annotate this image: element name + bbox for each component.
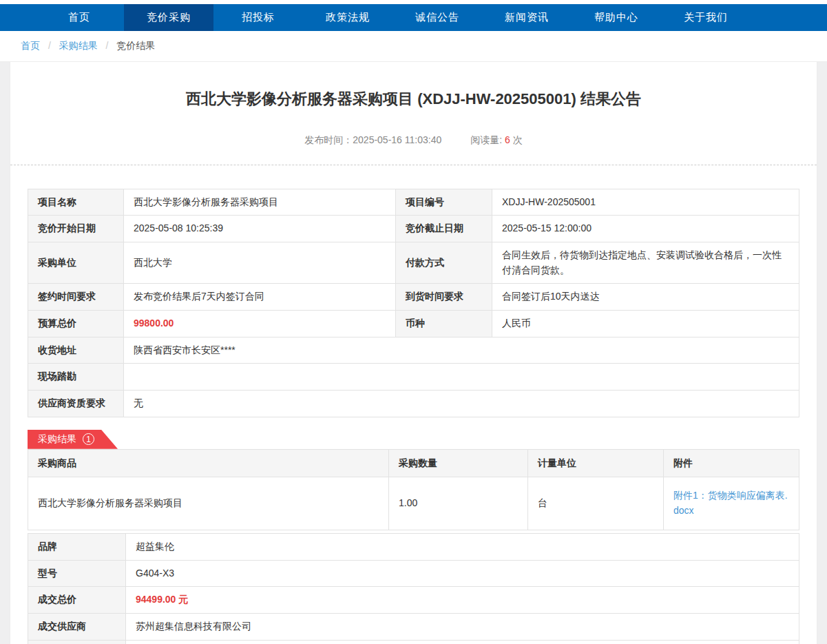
result-badge: 采购结果 1 [28,430,118,449]
publish-time-value: 2025-05-16 11:03:40 [353,134,441,145]
result-badge-count: 1 [83,433,94,445]
info-value: 合同生效后，待货物到达指定地点、安装调试验收合格后，一次性付清合同货款。 [492,242,799,283]
result-badge-label: 采购结果 [38,433,76,446]
info-label: 币种 [396,311,492,337]
info-value: XDJJ-HW-202505001 [492,189,799,216]
table-row: 西北大学影像分析服务器采购项目 1.00 台 附件1：货物类响应偏离表.docx [28,477,799,530]
detail-label: 成交供应商 [28,613,126,640]
nav-item-bidding-purchase[interactable]: 竞价采购 [124,4,213,31]
breadcrumb-current-page: 竞价结果 [116,40,155,51]
views-label: 阅读量: [470,134,502,145]
info-value: 合同签订后10天内送达 [492,284,799,311]
table-row: 预算总价 99800.00 币种 人民币 [28,311,799,337]
announcement-card: 西北大学影像分析服务器采购项目 (XDJJ-HW-202505001) 结果公告… [10,62,817,644]
info-label: 采购单位 [28,242,124,283]
info-value: 陕西省西安市长安区**** [124,337,799,364]
table-row: 供应商资质要求 无 [28,391,799,417]
info-label: 付款方式 [396,242,492,283]
main-nav: 首页 竞价采购 招投标 政策法规 诚信公告 新闻资讯 帮助中心 关于我们 [0,4,827,31]
breadcrumb-separator: / [48,40,51,51]
views-unit: 次 [513,134,523,145]
info-label: 项目编号 [396,189,492,216]
info-value: 2025-05-15 12:00:00 [492,216,799,242]
nav-item-home[interactable]: 首页 [34,4,124,31]
detail-value: 苏州超集信息科技有限公司 [126,613,799,640]
info-value: 无 [124,391,799,417]
nav-item-news[interactable]: 新闻资讯 [482,4,572,31]
detail-value: 超益集伦 [126,533,799,560]
table-row: 签约时间要求 发布竞价结果后7天内签订合同 到货时间要求 合同签订后10天内送达 [28,284,799,311]
result-attachment-cell: 附件1：货物类响应偏离表.docx [664,477,799,530]
info-value: 人民币 [492,311,799,337]
views-count: 6 [505,134,510,145]
column-header-product: 采购商品 [28,449,389,477]
table-header-row: 采购商品 采购数量 计量单位 附件 [28,449,799,477]
nav-item-integrity-notices[interactable]: 诚信公告 [392,4,482,31]
info-label: 现场踏勘 [28,364,124,391]
breadcrumb-purchase-results-link[interactable]: 采购结果 [59,40,98,51]
info-value [124,364,799,391]
table-row: 采购单位 西北大学 付款方式 合同生效后，待货物到达指定地点、安装调试验收合格后… [28,242,799,283]
info-label: 竞价截止日期 [396,216,492,242]
info-label: 收货地址 [28,337,124,364]
column-header-quantity: 采购数量 [389,449,528,477]
column-header-attachment: 附件 [664,449,799,477]
info-value: 西北大学 [124,242,396,283]
detail-label: 型号 [28,560,126,587]
table-row: 成交总价 94499.00 元 [28,587,799,614]
attachment-link[interactable]: 附件1：货物类响应偏离表.docx [673,490,788,516]
table-row: 项目名称 西北大学影像分析服务器采购项目 项目编号 XDJJ-HW-202505… [28,189,799,216]
nav-item-policies[interactable]: 政策法规 [303,4,392,31]
nav-item-tendering[interactable]: 招投标 [213,4,303,31]
deal-detail-table: 品牌 超益集伦 型号 G404-X3 成交总价 94499.00 元 成交供应商… [28,533,799,644]
budget-total-price: 99800.00 [124,311,396,337]
breadcrumb-separator: / [106,40,109,51]
detail-label: 品牌 [28,533,126,560]
detail-value: G404-X3 [126,560,799,587]
result-quantity: 1.00 [389,477,528,530]
table-row: 型号 G404-X3 [28,560,799,587]
info-label: 预算总价 [28,311,124,337]
project-info-table: 项目名称 西北大学影像分析服务器采购项目 项目编号 XDJJ-HW-202505… [28,189,799,417]
info-label: 签约时间要求 [28,284,124,311]
result-unit: 台 [528,477,664,530]
info-label: 项目名称 [28,189,124,216]
info-value: 2025-05-08 10:25:39 [124,216,396,242]
nav-item-about-us[interactable]: 关于我们 [661,4,751,31]
deal-total-price: 94499.00 元 [126,587,799,614]
table-row: 竞价开始日期 2025-05-08 10:25:39 竞价截止日期 2025-0… [28,216,799,242]
table-row: 成交供应商 苏州超集信息科技有限公司 [28,613,799,640]
table-row: 质保及售后服务 质保期：验收合格后质保整机三年，禁止拆改配置，原厂直发用户。响应… [28,640,799,644]
page-title: 西北大学影像分析服务器采购项目 (XDJJ-HW-202505001) 结果公告 [10,62,817,110]
detail-value: 质保期：验收合格后质保整机三年，禁止拆改配置，原厂直发用户。响应时效：即时响应（… [126,640,799,644]
table-row: 品牌 超益集伦 [28,533,799,560]
dashed-divider [10,165,817,165]
info-label: 到货时间要求 [396,284,492,311]
result-table: 采购商品 采购数量 计量单位 附件 西北大学影像分析服务器采购项目 1.00 台… [28,449,799,530]
info-value: 发布竞价结果后7天内签订合同 [124,284,396,311]
info-value: 西北大学影像分析服务器采购项目 [124,189,396,216]
table-row: 现场踏勘 [28,364,799,391]
result-product: 西北大学影像分析服务器采购项目 [28,477,389,530]
info-label: 供应商资质要求 [28,391,124,417]
article-meta: 发布时间：2025-05-16 11:03:40阅读量: 6 次 [10,134,817,147]
table-row: 收货地址 陕西省西安市长安区**** [28,337,799,364]
nav-item-help-center[interactable]: 帮助中心 [572,4,661,31]
publish-time-label: 发布时间： [304,134,353,145]
breadcrumb-home-link[interactable]: 首页 [21,40,40,51]
detail-label: 质保及售后服务 [28,640,126,644]
detail-label: 成交总价 [28,587,126,614]
breadcrumb: 首页 / 采购结果 / 竞价结果 [0,31,827,62]
info-label: 竞价开始日期 [28,216,124,242]
column-header-unit: 计量单位 [528,449,664,477]
